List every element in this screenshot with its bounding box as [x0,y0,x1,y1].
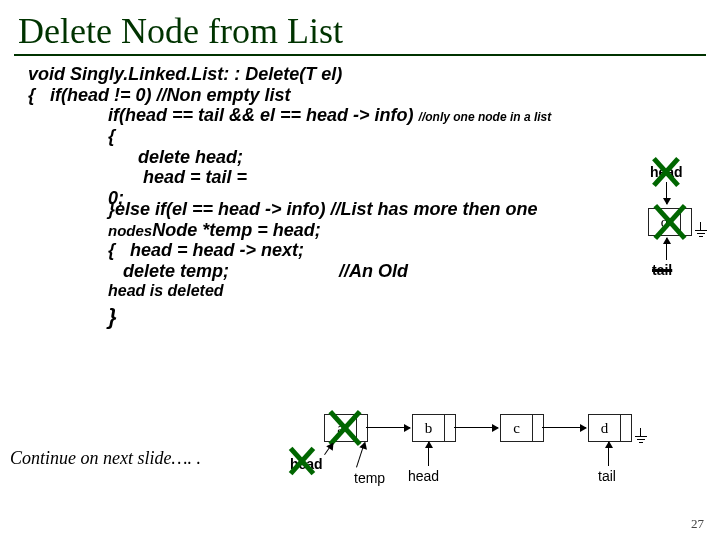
label-tail-struck: tail [652,262,672,278]
node-a: a [324,414,368,442]
code-line: nodesNode *temp = head; [28,220,692,241]
code-line: { head = head -> next; [28,240,692,261]
arrow-head-new [428,442,429,466]
code-line: void Singly.Linked.List: : Delete(T el) [28,64,692,85]
arrow-a-b [366,427,410,428]
slide-number: 27 [691,516,704,532]
arrow-b-c [454,427,498,428]
label-head-new: head [408,468,439,484]
arrow-head-old [324,443,333,455]
code-line: head is deleted [28,282,692,300]
arrow-temp [356,442,365,467]
code-line: }else if(el == head -> info) //List has … [28,199,692,220]
code-line: { [28,126,692,147]
ground-icon [634,428,648,444]
node-c: c [500,414,544,442]
label-tail: tail [598,468,616,484]
node-d: d [588,414,632,442]
code-block: void Singly.Linked.List: : Delete(T el) … [0,62,720,329]
label-head: head [650,164,683,180]
arrow-tail [608,442,609,466]
continue-note: Continue on next slide…. . [10,448,201,469]
ground-icon [694,222,708,238]
arrow-c-d [542,427,586,428]
label-head-old: head [290,456,323,472]
slide-title: Delete Node from List [0,0,720,54]
code-line: } [28,304,692,329]
title-underline [14,54,706,56]
code-line: delete head; [28,147,692,168]
code-line: if(head == tail && el == head -> info) /… [28,105,692,126]
node-b: b [412,414,456,442]
code-line: delete temp;//An Old [28,261,692,282]
arrow-head-down [666,182,667,204]
node-d-single: d [648,208,692,236]
code-line: { if(head != 0) //Non empty list [28,85,692,106]
label-temp: temp [354,470,385,486]
code-line: head = tail = [28,167,692,188]
arrow-tail-up [666,238,667,260]
